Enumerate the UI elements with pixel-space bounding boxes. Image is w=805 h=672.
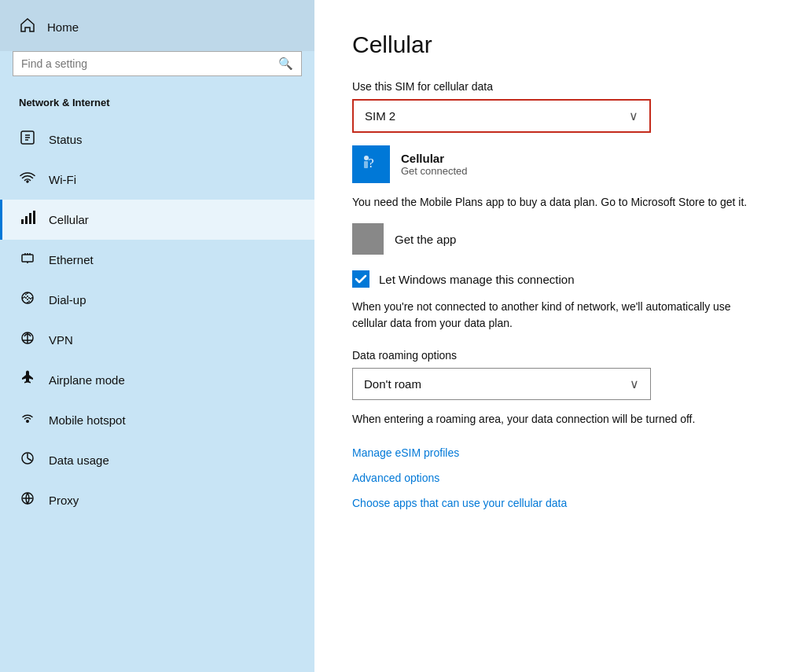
main-content: Cellular Use this SIM for cellular data … [314, 0, 805, 672]
dialup-icon [19, 290, 36, 310]
manage-connection-row[interactable]: Let Windows manage this connection [352, 270, 767, 288]
page-title: Cellular [352, 31, 767, 58]
hotspot-icon [19, 410, 36, 430]
cellular-app-row: ? Cellular Get connected [352, 145, 767, 183]
status-icon [19, 130, 36, 149]
search-icon: 🔍 [278, 57, 293, 71]
sim-label: Use this SIM for cellular data [352, 80, 767, 93]
cellular-app-icon: ? [352, 145, 390, 183]
sidebar-item-vpn[interactable]: VPN [0, 320, 314, 360]
search-input[interactable] [21, 57, 272, 70]
checkbox-checked-icon[interactable] [352, 270, 369, 288]
svg-rect-5 [22, 255, 33, 262]
search-box[interactable]: 🔍 [13, 51, 302, 76]
airplane-label: Airplane mode [49, 373, 125, 387]
status-label: Status [49, 133, 83, 146]
proxy-icon [19, 490, 36, 510]
svg-rect-4 [33, 211, 35, 224]
home-label: Home [47, 20, 79, 34]
svg-rect-2 [25, 216, 28, 224]
cellular-app-label: Cellular [401, 152, 468, 165]
sidebar-item-home[interactable]: Home [0, 0, 314, 51]
cellular-app-sub: Get connected [401, 165, 468, 177]
sidebar-item-status[interactable]: Status [0, 119, 314, 160]
svg-point-8 [26, 420, 29, 423]
sidebar-item-proxy[interactable]: Proxy [0, 480, 314, 520]
cellular-app-symbol: ? [360, 151, 382, 178]
dialup-label: Dial-up [49, 293, 86, 307]
svg-text:?: ? [368, 156, 373, 170]
sidebar-item-hotspot[interactable]: Mobile hotspot [0, 400, 314, 440]
wifi-label: Wi-Fi [49, 173, 76, 186]
checkbox-label: Let Windows manage this connection [379, 273, 574, 286]
ethernet-icon [19, 250, 36, 270]
proxy-label: Proxy [49, 494, 79, 507]
svg-point-13 [364, 156, 369, 160]
chevron-down-icon: ∨ [629, 108, 638, 123]
sidebar: Home 🔍 Network & Internet Status Wi-Fi [0, 0, 314, 672]
svg-rect-3 [29, 213, 31, 224]
get-app-label: Get the app [395, 233, 456, 246]
datausage-icon [19, 450, 36, 470]
manage-esim-link[interactable]: Manage eSIM profiles [352, 446, 767, 459]
sim-value: SIM 2 [365, 109, 395, 123]
get-app-row[interactable]: Get the app [352, 223, 767, 255]
svg-point-6 [22, 292, 33, 303]
cellular-icon [19, 210, 36, 230]
sidebar-item-datausage[interactable]: Data usage [0, 440, 314, 480]
ethernet-label: Ethernet [49, 253, 94, 266]
vpn-icon [19, 330, 36, 350]
datausage-label: Data usage [49, 454, 109, 467]
sidebar-item-wifi[interactable]: Wi-Fi [0, 160, 314, 200]
svg-rect-1 [21, 219, 24, 224]
cellular-app-info: Cellular Get connected [401, 152, 468, 177]
home-icon [19, 17, 36, 37]
sidebar-item-dialup[interactable]: Dial-up [0, 280, 314, 320]
sidebar-heading: Network & Internet [0, 89, 314, 119]
wifi-icon [19, 170, 36, 189]
hotspot-label: Mobile hotspot [49, 413, 126, 427]
airplane-icon [19, 370, 36, 390]
connection-info-text: When you're not connected to another kin… [352, 299, 761, 332]
choose-apps-link[interactable]: Choose apps that can use your cellular d… [352, 497, 767, 509]
cellular-label: Cellular [49, 213, 89, 226]
app-store-icon [352, 223, 384, 255]
roaming-chevron-icon: ∨ [630, 376, 639, 391]
roaming-dropdown[interactable]: Don't roam ∨ [352, 368, 651, 400]
mobile-plans-text: You need the Mobile Plans app to buy a d… [352, 194, 761, 211]
svg-rect-14 [364, 161, 368, 168]
sim-dropdown[interactable]: SIM 2 ∨ [352, 99, 651, 133]
sidebar-item-airplane[interactable]: Airplane mode [0, 360, 314, 400]
roaming-info-text: When entering a roaming area, your data … [352, 411, 761, 428]
roaming-label: Data roaming options [352, 349, 767, 362]
vpn-label: VPN [49, 333, 73, 347]
advanced-options-link[interactable]: Advanced options [352, 472, 767, 484]
sidebar-item-cellular[interactable]: Cellular [0, 200, 314, 240]
roaming-value: Don't roam [364, 377, 421, 391]
sidebar-item-ethernet[interactable]: Ethernet [0, 240, 314, 280]
